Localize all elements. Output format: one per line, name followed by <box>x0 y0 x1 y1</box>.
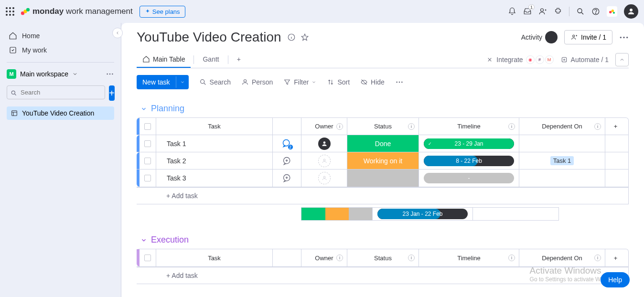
dependent-cell[interactable] <box>519 170 605 187</box>
status-cell[interactable] <box>347 170 419 187</box>
toolbar-sort[interactable]: Sort <box>327 78 350 86</box>
info-icon[interactable]: i <box>336 255 343 261</box>
see-plans-button[interactable]: See plans <box>140 6 185 18</box>
status-cell[interactable]: Done <box>347 135 419 152</box>
svg-rect-16 <box>12 111 17 116</box>
toolbar-search[interactable]: Search <box>199 78 231 86</box>
workspace-selector[interactable]: M Main workspace <box>7 67 114 81</box>
sidebar-collapse-button[interactable] <box>112 28 123 38</box>
column-timeline[interactable]: Timelinei <box>419 118 519 135</box>
info-icon[interactable] <box>287 33 296 42</box>
sidebar-search-input[interactable] <box>7 85 105 99</box>
add-item-button[interactable]: + <box>109 85 115 101</box>
status-cell[interactable]: Working on it <box>347 152 419 169</box>
sidebar-board-item[interactable]: YouTube Video Creation <box>7 106 114 120</box>
info-icon[interactable]: i <box>508 123 515 130</box>
apps-menu-icon[interactable] <box>6 7 14 16</box>
owner-avatar[interactable] <box>318 138 331 150</box>
task-name-cell[interactable]: Task 3 <box>156 170 272 187</box>
group-header-planning[interactable]: Planning <box>140 104 629 114</box>
summary-status[interactable] <box>301 207 373 221</box>
star-icon[interactable] <box>301 33 309 42</box>
svg-point-26 <box>396 82 397 83</box>
column-status[interactable]: Statusi <box>347 118 419 135</box>
add-column-button[interactable]: + <box>605 118 626 135</box>
svg-rect-22 <box>562 57 566 62</box>
table-row[interactable]: Task 2Working on it8 - 22 FebTask 1 <box>137 152 628 170</box>
toolbar-hide[interactable]: Hide <box>360 78 385 86</box>
add-conversation-icon[interactable] <box>282 156 292 166</box>
dependency-tag[interactable]: Task 1 <box>550 156 574 165</box>
column-owner[interactable]: Owneri <box>301 118 347 135</box>
add-column-button[interactable]: + <box>605 249 626 266</box>
table-row[interactable]: Task 3- <box>137 170 628 187</box>
tab-add[interactable]: + <box>231 52 247 68</box>
new-task-button[interactable]: New task <box>137 75 189 89</box>
notifications-icon[interactable] <box>508 7 516 16</box>
summary-timeline[interactable]: 23 Jan - 22 Feb <box>373 207 473 221</box>
column-dependent[interactable]: Dependent Oni <box>519 118 605 135</box>
info-icon[interactable]: i <box>408 255 415 261</box>
board-title[interactable]: YouTube Video Creation <box>137 30 281 45</box>
header-checkbox-cell[interactable] <box>140 118 156 135</box>
more-icon[interactable] <box>106 73 114 75</box>
info-icon[interactable]: i <box>408 123 415 130</box>
timeline-cell[interactable]: - <box>424 173 514 183</box>
apps-marketplace-icon[interactable] <box>554 7 562 16</box>
dependent-cell[interactable] <box>519 135 605 152</box>
conversation-icon[interactable]: 2 <box>282 138 292 149</box>
invite-button[interactable]: Invite / 1 <box>564 30 612 44</box>
timeline-cell[interactable]: 8 - 22 Feb <box>424 156 514 166</box>
row-checkbox[interactable] <box>140 152 156 169</box>
activity-button[interactable]: Activity <box>521 31 558 43</box>
column-timeline[interactable]: Timelinei <box>419 249 519 266</box>
integrate-button[interactable]: Integrate ◉#M <box>486 55 553 64</box>
column-status[interactable]: Statusi <box>347 249 419 266</box>
tab-gantt[interactable]: Gantt <box>197 52 225 68</box>
add-conversation-icon[interactable] <box>282 173 292 183</box>
monday-products-icon[interactable] <box>607 6 617 17</box>
board-more-icon[interactable] <box>619 36 629 39</box>
nav-mywork[interactable]: My work <box>7 43 114 57</box>
collapse-header-button[interactable] <box>615 53 629 66</box>
toolbar-filter[interactable]: Filter <box>283 78 316 86</box>
row-checkbox[interactable] <box>140 170 156 187</box>
invite-members-icon[interactable] <box>538 7 547 16</box>
task-name-cell[interactable]: Task 2 <box>156 152 272 169</box>
info-icon[interactable]: i <box>508 255 515 261</box>
search-everything-icon[interactable] <box>576 7 585 16</box>
column-owner[interactable]: Owneri <box>301 249 347 266</box>
table-row[interactable]: Task 12Done✓23 - 29 Jan <box>137 135 628 152</box>
help-button[interactable]: Help <box>601 272 630 287</box>
group-header-execution[interactable]: Execution <box>140 235 629 245</box>
toolbar-more[interactable] <box>395 81 404 83</box>
product-logo[interactable]: monday work management <box>20 6 133 17</box>
inbox-icon[interactable]: 1 <box>523 7 532 16</box>
owner-empty[interactable] <box>318 172 331 184</box>
info-icon[interactable]: i <box>594 123 601 130</box>
column-dependent[interactable]: Dependent Oni <box>519 249 605 266</box>
info-icon[interactable]: i <box>336 123 343 130</box>
user-avatar[interactable] <box>624 4 638 19</box>
column-task[interactable]: Task <box>156 249 272 266</box>
automate-button[interactable]: Automate / 1 <box>560 56 609 64</box>
tab-main-table[interactable]: Main Table <box>137 52 191 68</box>
add-task-row[interactable]: + Add task <box>137 187 629 204</box>
toolbar-person[interactable]: Person <box>241 78 273 86</box>
summary-dependent <box>473 207 559 221</box>
planning-table: Task Owneri Statusi Timelinei Dependent … <box>137 117 629 187</box>
row-checkbox[interactable] <box>140 135 156 152</box>
dependent-cell[interactable]: Task 1 <box>519 152 605 169</box>
task-name-cell[interactable]: Task 1 <box>156 135 272 152</box>
add-task-row[interactable]: + Add task <box>137 267 629 284</box>
column-task[interactable]: Task <box>156 118 272 135</box>
svg-point-30 <box>323 141 325 144</box>
info-icon[interactable]: i <box>594 255 601 261</box>
chevron-down-icon <box>72 71 78 77</box>
help-icon[interactable] <box>591 7 600 16</box>
timeline-cell[interactable]: ✓23 - 29 Jan <box>424 138 514 149</box>
header-checkbox-cell[interactable] <box>140 249 156 266</box>
new-task-dropdown[interactable] <box>176 76 189 88</box>
nav-home[interactable]: Home <box>7 29 114 43</box>
owner-empty[interactable] <box>318 155 331 167</box>
